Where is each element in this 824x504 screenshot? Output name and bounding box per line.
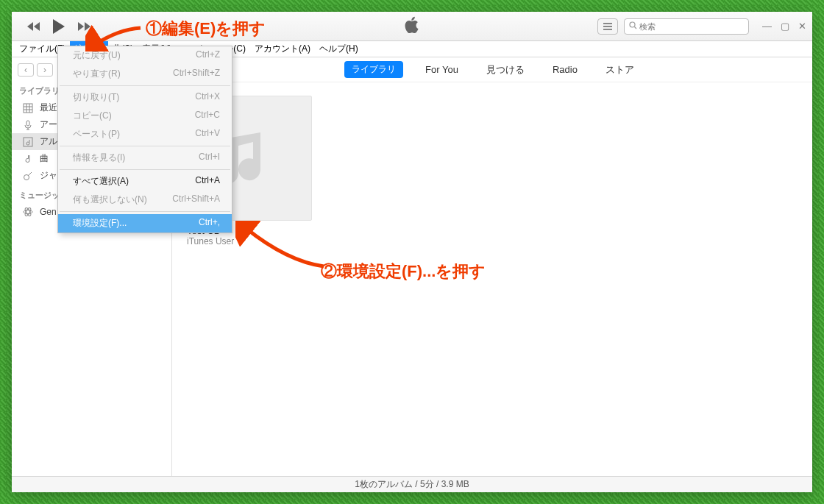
next-track-button[interactable] [74,17,93,36]
search-icon [629,21,637,32]
tab[interactable]: For You [419,61,464,78]
apple-logo-icon [404,15,420,38]
play-button[interactable] [47,17,71,36]
dropdown-item: 情報を見る(I)Ctrl+I [58,149,232,167]
prev-track-button[interactable] [25,17,44,36]
menu-ヘルプ(H)[interactable]: ヘルプ(H) [315,41,363,57]
minimize-button[interactable]: — [762,21,772,32]
svg-point-11 [24,210,32,214]
dropdown-item: 何も選択しない(N)Ctrl+Shift+A [58,191,232,209]
grid-icon [22,102,34,114]
nav-back-button[interactable]: ‹ [18,63,34,77]
album-icon [22,136,34,148]
svg-line-1 [635,26,637,29]
sidebar-item-label: アル [40,135,57,148]
tab[interactable]: ストア [600,60,640,79]
tab[interactable]: 見つける [480,60,530,79]
nav-forward-button[interactable]: › [37,63,53,77]
svg-line-10 [28,172,32,176]
dropdown-item: コピー(C)Ctrl+C [58,107,232,125]
svg-rect-7 [26,121,29,126]
dropdown-item[interactable]: 環境設定(F)...Ctrl+, [58,214,232,233]
close-button[interactable]: ✕ [798,21,806,32]
note-icon [22,153,34,165]
maximize-button[interactable]: ▢ [781,21,789,32]
tab[interactable]: ライブラリ [344,61,403,78]
sidebar-item-label: 最近 [40,102,57,114]
svg-point-0 [630,22,635,27]
mic-icon [22,119,34,131]
album-artist: iTunes User [187,236,312,246]
dropdown-item: 元に戻す(U)Ctrl+Z [58,46,232,65]
tab[interactable]: Radio [547,61,583,78]
svg-rect-2 [24,104,32,113]
search-input-container[interactable] [624,18,749,35]
edit-menu-dropdown: 元に戻す(U)Ctrl+Zやり直す(R)Ctrl+Shift+Z切り取り(T)C… [57,46,232,233]
dropdown-item: やり直す(R)Ctrl+Shift+Z [58,65,232,83]
search-input[interactable] [639,22,744,31]
sidebar-item-label: 曲 [40,152,49,165]
dropdown-item: 切り取り(T)Ctrl+X [58,88,232,107]
dropdown-item[interactable]: すべて選択(A)Ctrl+A [58,172,232,191]
dropdown-item: ペースト(P)Ctrl+V [58,125,232,143]
atom-icon [22,206,34,218]
list-view-button[interactable] [597,18,618,35]
guitar-icon [22,170,34,182]
sidebar-item-label: Gen [40,207,57,217]
menu-アカウント(A)[interactable]: アカウント(A) [250,41,315,57]
status-bar: 1枚のアルバム / 5分 / 3.9 MB [12,476,812,492]
sidebar-item-label: ジャ [40,169,57,182]
